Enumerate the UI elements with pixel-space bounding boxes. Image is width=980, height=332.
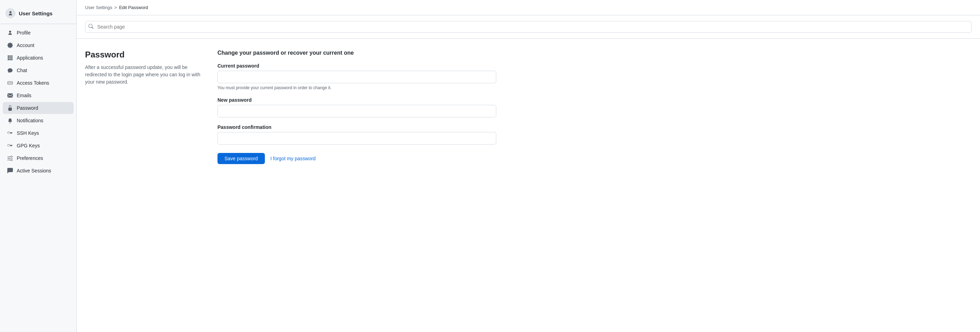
bell-icon	[7, 118, 13, 124]
sidebar-header: User Settings	[0, 6, 76, 24]
token-icon	[7, 80, 13, 86]
search-input[interactable]	[85, 21, 972, 33]
sidebar-item-label: Notifications	[17, 118, 43, 123]
sidebar-title: User Settings	[19, 10, 52, 16]
form-section-title: Change your password or recover your cur…	[218, 50, 496, 56]
password-confirmation-group: Password confirmation	[218, 124, 496, 145]
sidebar-item-profile[interactable]: Profile	[3, 27, 73, 39]
sessions-icon	[7, 168, 13, 174]
content-area: Password After a successful password upd…	[77, 39, 980, 175]
sidebar-item-gpg-keys[interactable]: GPG Keys	[3, 140, 73, 151]
sidebar-item-account[interactable]: Account	[3, 40, 73, 51]
breadcrumb-parent[interactable]: User Settings	[85, 5, 112, 10]
new-password-input[interactable]	[218, 105, 496, 118]
svg-point-1	[8, 83, 9, 83]
new-password-group: New password	[218, 97, 496, 118]
form-actions: Save password I forgot my password	[218, 153, 496, 164]
page-title: Password	[85, 50, 204, 60]
sidebar-item-preferences[interactable]: Preferences	[3, 152, 73, 164]
sidebar-item-label: Account	[17, 43, 35, 48]
avatar	[6, 8, 15, 18]
person-icon	[7, 30, 13, 36]
sidebar-item-label: GPG Keys	[17, 143, 40, 148]
mail-icon	[7, 92, 13, 98]
svg-point-2	[10, 83, 10, 83]
sidebar-item-active-sessions[interactable]: Active Sessions	[3, 165, 73, 176]
sidebar-item-label: Emails	[17, 93, 31, 98]
svg-point-3	[11, 83, 11, 83]
gear-icon	[7, 42, 13, 48]
sidebar-item-label: Chat	[17, 68, 27, 73]
search-section	[77, 15, 980, 39]
sidebar: User Settings Profile	[0, 0, 77, 332]
sidebar-item-notifications[interactable]: Notifications	[3, 114, 73, 127]
page-description: After a successful password update, you …	[85, 64, 204, 86]
sidebar-item-applications[interactable]: Applications	[3, 52, 73, 64]
key2-icon	[7, 143, 13, 149]
forgot-password-link[interactable]: I forgot my password	[270, 156, 316, 161]
key-icon	[7, 130, 13, 136]
sidebar-item-label: Access Tokens	[17, 80, 49, 86]
sidebar-item-label: Preferences	[17, 156, 43, 161]
password-confirmation-input[interactable]	[218, 132, 496, 145]
new-password-label: New password	[218, 97, 496, 103]
current-password-input[interactable]	[218, 71, 496, 83]
search-box	[85, 21, 972, 33]
sidebar-item-label: Active Sessions	[17, 168, 51, 173]
content-left: Password After a successful password upd…	[85, 50, 204, 164]
sidebar-item-label: Profile	[17, 30, 31, 35]
chat-icon	[7, 67, 13, 73]
current-password-label: Current password	[218, 63, 496, 68]
sidebar-item-label: SSH Keys	[17, 130, 39, 136]
sidebar-item-access-tokens[interactable]: Access Tokens	[3, 77, 73, 89]
password-confirmation-label: Password confirmation	[218, 124, 496, 130]
breadcrumb: User Settings > Edit Password	[77, 0, 980, 15]
sidebar-nav: Profile Account	[0, 27, 76, 177]
sidebar-item-label: Applications	[17, 55, 43, 60]
content-right: Change your password or recover your cur…	[218, 50, 496, 164]
current-password-group: Current password You must provide your c…	[218, 63, 496, 90]
current-password-hint: You must provide your current password i…	[218, 85, 496, 90]
grid-icon	[7, 55, 13, 61]
sidebar-item-ssh-keys[interactable]: SSH Keys	[3, 127, 73, 139]
lock-icon	[7, 105, 13, 111]
sidebar-item-password[interactable]: Password	[3, 102, 73, 114]
sidebar-item-chat[interactable]: Chat	[3, 64, 73, 76]
save-password-button[interactable]: Save password	[218, 153, 265, 164]
sliders-icon	[7, 155, 13, 161]
breadcrumb-separator: >	[114, 5, 117, 10]
sidebar-item-label: Password	[17, 105, 38, 111]
main-content: User Settings > Edit Password Password A…	[77, 0, 980, 332]
breadcrumb-current: Edit Password	[119, 5, 148, 10]
sidebar-item-emails[interactable]: Emails	[3, 89, 73, 102]
